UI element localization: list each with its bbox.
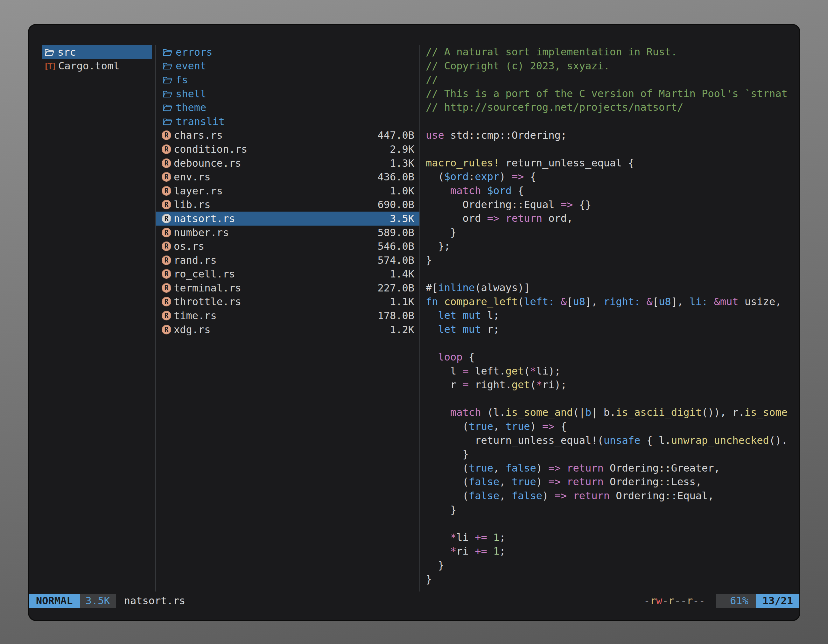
- rust-icon: R: [162, 172, 171, 182]
- code-line: // http://sourcefrog.net/projects/natsor…: [426, 100, 797, 114]
- file-name: os.rs: [174, 240, 204, 252]
- rust-icon: R: [162, 283, 171, 293]
- file-size: 436.0B: [377, 171, 414, 183]
- code-line: // Copyright (c) 2023, sxyazi.: [426, 59, 797, 73]
- code-line: //: [426, 73, 797, 87]
- code-line: #[inline(always)]: [426, 281, 797, 295]
- code-line: [426, 142, 797, 156]
- file-name: xdg.rs: [174, 324, 211, 336]
- file-name: terminal.rs: [174, 282, 241, 294]
- folder-icon: [162, 48, 173, 56]
- file-name: ro_cell.rs: [174, 268, 235, 280]
- code-line: }: [426, 503, 797, 517]
- rust-icon: R: [162, 200, 171, 209]
- rust-icon: R: [162, 255, 171, 265]
- folder-row[interactable]: translit: [156, 114, 419, 128]
- folder-icon: [162, 89, 173, 98]
- code-line: fn compare_left(left: &[u8], right: &[u8…: [426, 295, 797, 309]
- file-row[interactable]: Rnatsort.rs3.5K: [156, 212, 419, 226]
- file-size: 546.0B: [377, 240, 414, 252]
- rust-icon: R: [162, 130, 171, 140]
- code-line: ($ord:expr) => {: [426, 170, 797, 184]
- folder-row[interactable]: src: [42, 45, 152, 59]
- file-row[interactable]: Rdebounce.rs1.3K: [156, 156, 419, 170]
- file-row[interactable]: Rcondition.rs2.9K: [156, 142, 419, 156]
- code-line: let mut l;: [426, 309, 797, 323]
- file-row[interactable]: Rro_cell.rs1.4K: [156, 267, 419, 281]
- file-size: 2.9K: [390, 143, 414, 155]
- current-pane: errorseventfsshellthemetranslitRchars.rs…: [156, 45, 419, 591]
- code-line: [426, 114, 797, 128]
- code-line: [426, 267, 797, 281]
- file-size: 1.4K: [390, 268, 414, 280]
- file-row[interactable]: Rnumber.rs589.0B: [156, 226, 419, 240]
- file-size: 690.0B: [377, 199, 414, 211]
- file-size: 227.0B: [377, 282, 414, 294]
- file-row[interactable]: Rchars.rs447.0B: [156, 128, 419, 143]
- file-size: 1.2K: [390, 324, 414, 336]
- file-size: 574.0B: [377, 254, 414, 266]
- file-name: chars.rs: [174, 129, 223, 141]
- code-line: (false, true) => return Ordering::Less,: [426, 475, 797, 489]
- code-line: loop {: [426, 350, 797, 364]
- file-size: 178.0B: [377, 310, 414, 322]
- folder-row[interactable]: errors: [156, 45, 419, 59]
- parent-pane: src[T]Cargo.toml: [29, 45, 155, 591]
- file-name: condition.rs: [174, 143, 247, 155]
- status-bar: NORMAL 3.5K natsort.rs -rw-r--r-- 61% 13…: [29, 594, 799, 608]
- file-row[interactable]: Rthrottle.rs1.1K: [156, 295, 419, 309]
- rust-icon: R: [162, 214, 171, 223]
- rust-icon: R: [162, 144, 171, 154]
- code-line: *li += 1;: [426, 531, 797, 545]
- file-row[interactable]: Rtime.rs178.0B: [156, 309, 419, 323]
- folder-icon: [44, 48, 55, 56]
- file-size-chip: 3.5K: [80, 594, 116, 608]
- file-row[interactable]: Rlayer.rs1.0K: [156, 184, 419, 198]
- file-row[interactable]: Rterminal.rs227.0B: [156, 281, 419, 295]
- file-row[interactable]: Ros.rs546.0B: [156, 239, 419, 253]
- file-row[interactable]: Renv.rs436.0B: [156, 170, 419, 184]
- file-row[interactable]: Rxdg.rs1.2K: [156, 323, 419, 337]
- file-name: throttle.rs: [174, 296, 241, 308]
- code-line: [426, 336, 797, 350]
- code-line: return_unless_equal!(unsafe { l.unwrap_u…: [426, 434, 797, 448]
- file-name: theme: [176, 102, 206, 114]
- file-name: shell: [176, 88, 206, 100]
- file-name: fs: [176, 74, 188, 86]
- toml-icon: [T]: [44, 61, 56, 71]
- status-filename: natsort.rs: [124, 595, 185, 607]
- folder-icon: [162, 61, 173, 71]
- scroll-percent: 61%: [716, 594, 756, 608]
- file-name: time.rs: [174, 310, 217, 322]
- folder-row[interactable]: theme: [156, 100, 419, 114]
- folder-row[interactable]: shell: [156, 87, 419, 101]
- folder-row[interactable]: fs: [156, 73, 419, 87]
- file-size: 1.3K: [390, 157, 414, 169]
- code-line: [426, 517, 797, 531]
- mode-indicator: NORMAL: [29, 594, 80, 608]
- file-name: Cargo.toml: [58, 60, 120, 72]
- file-row[interactable]: [T]Cargo.toml: [42, 59, 152, 73]
- folder-row[interactable]: event: [156, 59, 419, 73]
- file-name: number.rs: [174, 227, 229, 239]
- code-line: ord => return ord,: [426, 212, 797, 226]
- rust-icon: R: [162, 158, 171, 168]
- rust-icon: R: [162, 269, 171, 279]
- code-line: (true, true) => {: [426, 420, 797, 434]
- rust-icon: R: [162, 228, 171, 237]
- code-line: use std::cmp::Ordering;: [426, 128, 797, 143]
- code-line: }: [426, 226, 797, 240]
- code-line: }: [426, 558, 797, 572]
- file-name: lib.rs: [174, 199, 211, 211]
- code-line: r = right.get(*ri);: [426, 378, 797, 392]
- file-row[interactable]: Rrand.rs574.0B: [156, 253, 419, 267]
- yazi-window: src[T]Cargo.toml errorseventfsshelltheme…: [28, 24, 800, 621]
- panes: src[T]Cargo.toml errorseventfsshelltheme…: [29, 45, 799, 591]
- file-size: 1.1K: [390, 296, 414, 308]
- file-name: debounce.rs: [174, 157, 241, 169]
- cursor-position: 13/21: [756, 594, 799, 608]
- file-row[interactable]: Rlib.rs690.0B: [156, 198, 419, 212]
- code-line: };: [426, 239, 797, 253]
- file-permissions: -rw-r--r--: [644, 595, 705, 607]
- preview-pane: // A natural sort implementation in Rust…: [420, 45, 799, 591]
